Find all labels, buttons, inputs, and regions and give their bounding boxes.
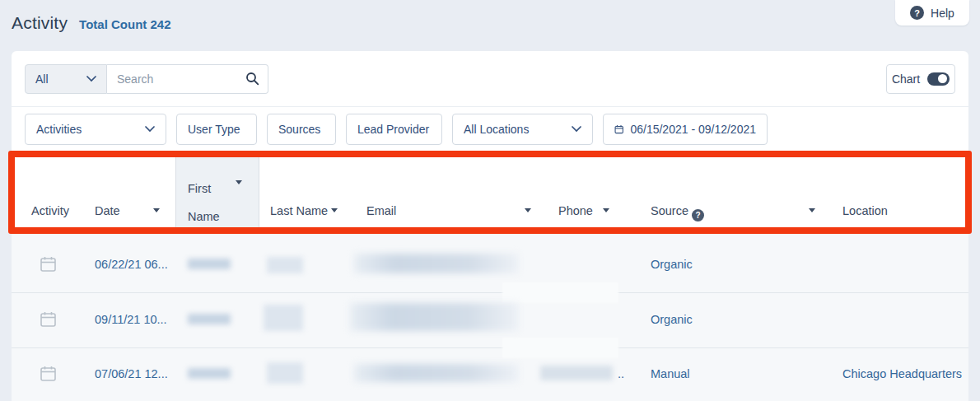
scope-select-value: All	[35, 72, 49, 86]
chevron-down-icon	[572, 126, 581, 133]
row-date: 09/11/21 10...	[95, 313, 167, 326]
chevron-down-icon	[86, 76, 96, 82]
annotation-red-rectangle	[8, 151, 972, 234]
blur-over-divider	[502, 282, 618, 303]
activity-calendar-icon	[40, 310, 57, 328]
sort-arrow-phone-icon[interactable]	[603, 208, 609, 212]
chevron-down-icon	[145, 126, 155, 133]
toolbar: All Chart	[12, 51, 968, 107]
redacted-phone	[540, 366, 613, 380]
redacted-last-name	[267, 362, 303, 384]
filter-activities-label: Activities	[36, 123, 82, 136]
filter-lead-provider-label: Lead Provider	[357, 123, 429, 136]
app-root: Activity Total Count 242 ? Help All Char…	[0, 0, 980, 401]
date-range-picker[interactable]: 06/15/2021 - 09/12/2021	[603, 114, 768, 145]
help-label: Help	[931, 7, 954, 20]
filter-user-type[interactable]: User Type	[176, 114, 257, 145]
row-divider	[12, 292, 968, 293]
row-date: 06/22/21 06...	[95, 258, 168, 271]
redacted-email	[350, 303, 519, 331]
filter-bar: Activities User Type Sources Lead Provid…	[12, 107, 968, 151]
blur-over-divider	[502, 338, 618, 358]
search-input[interactable]	[117, 72, 245, 86]
filter-sources[interactable]: Sources	[267, 114, 336, 145]
column-header-source[interactable]: Source	[651, 204, 688, 217]
chart-toggle-button[interactable]: Chart	[886, 64, 955, 94]
row-phone-truncated: ..	[618, 367, 624, 380]
sort-arrow-source-icon[interactable]	[809, 208, 815, 212]
redacted-first-name	[188, 314, 231, 324]
filter-locations[interactable]: All Locations	[452, 114, 593, 145]
redacted-last-name	[267, 257, 303, 273]
column-header-last-name[interactable]: Last Name	[270, 204, 328, 217]
source-help-icon[interactable]: ?	[692, 209, 704, 221]
sort-arrow-date-icon[interactable]	[153, 208, 160, 212]
page-header: Activity Total Count 242	[12, 13, 171, 33]
chart-toggle-label: Chart	[892, 72, 920, 86]
column-header-first-name[interactable]: First Name	[188, 175, 237, 231]
filter-sources-label: Sources	[278, 123, 320, 136]
row-source: Organic	[651, 313, 693, 326]
redacted-email	[354, 364, 519, 382]
column-header-activity[interactable]: Activity	[31, 204, 69, 217]
column-header-date[interactable]: Date	[95, 204, 120, 217]
column-header-location[interactable]: Location	[842, 204, 888, 217]
help-button[interactable]: ? Help	[895, 0, 969, 26]
row-date: 07/06/21 12...	[95, 367, 168, 380]
scope-select[interactable]: All	[25, 64, 107, 94]
redacted-email	[354, 254, 519, 273]
redacted-last-name	[264, 305, 303, 331]
row-source: Organic	[651, 258, 693, 271]
calendar-icon	[614, 123, 623, 136]
column-header-phone[interactable]: Phone	[558, 204, 593, 217]
activity-calendar-icon	[40, 255, 57, 273]
row-source: Manual	[651, 367, 690, 380]
filter-activities[interactable]: Activities	[25, 114, 166, 145]
sort-arrow-email-icon[interactable]	[525, 208, 531, 212]
activity-calendar-icon	[40, 365, 57, 382]
row-location: Chicago Headquarters	[842, 367, 962, 380]
row-divider	[12, 347, 968, 348]
filter-locations-label: All Locations	[464, 123, 529, 136]
sort-arrow-first-name-icon[interactable]	[236, 180, 242, 184]
help-icon: ?	[910, 6, 924, 20]
total-count: Total Count 242	[79, 17, 170, 31]
redacted-first-name	[188, 259, 231, 269]
page-title: Activity	[12, 13, 68, 33]
filter-user-type-label: User Type	[188, 123, 240, 136]
search-icon[interactable]	[245, 72, 259, 86]
filter-lead-provider[interactable]: Lead Provider	[346, 114, 442, 145]
redacted-first-name	[188, 368, 231, 379]
search-box	[107, 64, 268, 94]
date-range-value: 06/15/2021 - 09/12/2021	[630, 123, 756, 136]
toggle-on-icon	[927, 72, 950, 86]
activity-panel: All Chart Activities User Type	[12, 51, 968, 401]
sort-arrow-last-name-icon[interactable]	[331, 208, 338, 212]
column-header-email[interactable]: Email	[366, 204, 396, 217]
